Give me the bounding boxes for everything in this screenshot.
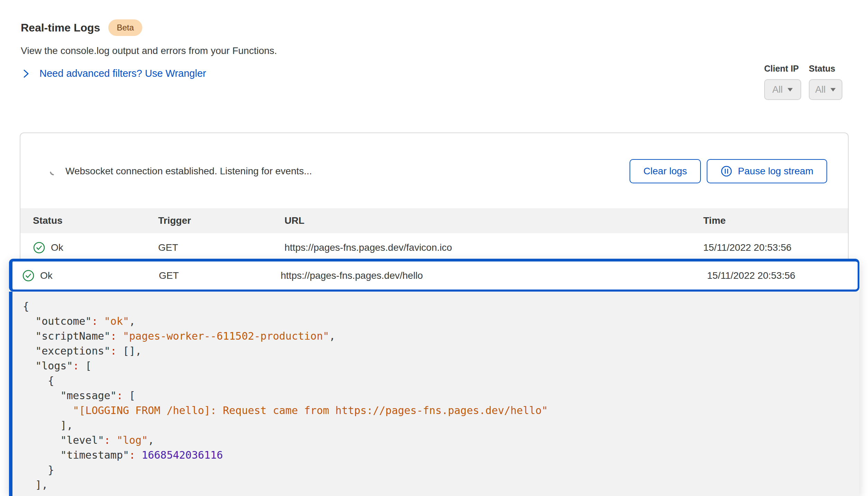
chevron-right-icon bbox=[22, 68, 30, 79]
column-header-url: URL bbox=[284, 215, 703, 226]
cell-time: 15/11/2022 20:53:56 bbox=[707, 270, 858, 281]
log-filters: Client IP All Status All bbox=[764, 64, 842, 100]
filter-client-ip-label: Client IP bbox=[764, 64, 801, 74]
wrangler-link-label: Need advanced filters? Use Wrangler bbox=[39, 68, 206, 79]
connection-status-text: Websocket connection established. Listen… bbox=[65, 166, 312, 177]
page-title: Real-time Logs bbox=[21, 21, 100, 34]
connection-status: Websocket connection established. Listen… bbox=[49, 166, 312, 177]
expanded-log-entry: Ok GET https://pages-fns.pages.dev/hello… bbox=[9, 259, 859, 496]
beta-badge: Beta bbox=[108, 19, 142, 36]
caret-down-icon bbox=[830, 88, 836, 92]
log-row-hello-selected[interactable]: Ok GET https://pages-fns.pages.dev/hello… bbox=[9, 259, 859, 292]
cell-time: 15/11/2022 20:53:56 bbox=[703, 242, 848, 253]
cell-trigger: GET bbox=[158, 242, 284, 253]
caret-down-icon bbox=[787, 88, 793, 92]
clear-logs-button[interactable]: Clear logs bbox=[630, 159, 701, 183]
pause-icon bbox=[721, 165, 732, 177]
cell-status: Ok bbox=[33, 241, 158, 254]
log-row-favicon[interactable]: Ok GET https://pages-fns.pages.dev/favic… bbox=[20, 233, 848, 262]
cell-status: Ok bbox=[22, 269, 159, 282]
pause-log-stream-label: Pause log stream bbox=[738, 166, 813, 177]
status-dropdown-value: All bbox=[815, 84, 825, 95]
toolbar-buttons: Clear logs Pause log stream bbox=[630, 159, 827, 183]
column-header-trigger: Trigger bbox=[158, 215, 284, 226]
clear-logs-label: Clear logs bbox=[643, 166, 687, 177]
cell-url: https://pages-fns.pages.dev/favicon.ico bbox=[284, 242, 703, 253]
client-ip-dropdown[interactable]: All bbox=[764, 79, 801, 100]
column-header-status: Status bbox=[33, 215, 158, 226]
wrangler-link[interactable]: Need advanced filters? Use Wrangler bbox=[22, 68, 206, 79]
client-ip-dropdown-value: All bbox=[772, 84, 783, 95]
page-subtitle: View the console.log output and errors f… bbox=[21, 45, 277, 56]
check-circle-icon bbox=[33, 241, 45, 254]
logs-toolbar: Websocket connection established. Listen… bbox=[20, 159, 848, 183]
status-dropdown[interactable]: All bbox=[809, 79, 842, 100]
filter-status: Status All bbox=[809, 64, 842, 100]
cell-url: https://pages-fns.pages.dev/hello bbox=[281, 270, 707, 281]
filter-status-label: Status bbox=[809, 64, 842, 74]
cell-trigger: GET bbox=[159, 270, 281, 281]
logs-table-header: Status Trigger URL Time bbox=[20, 208, 848, 233]
status-value: Ok bbox=[40, 270, 53, 281]
page-header: Real-time Logs Beta bbox=[21, 19, 142, 36]
column-header-time: Time bbox=[703, 215, 848, 226]
filter-client-ip: Client IP All bbox=[764, 64, 801, 100]
pause-log-stream-button[interactable]: Pause log stream bbox=[707, 159, 827, 183]
json-log-viewer: { "outcome": "ok", "scriptName": "pages-… bbox=[9, 292, 859, 496]
spinner-icon bbox=[49, 166, 58, 176]
status-value: Ok bbox=[51, 242, 63, 253]
check-circle-icon bbox=[22, 269, 35, 282]
